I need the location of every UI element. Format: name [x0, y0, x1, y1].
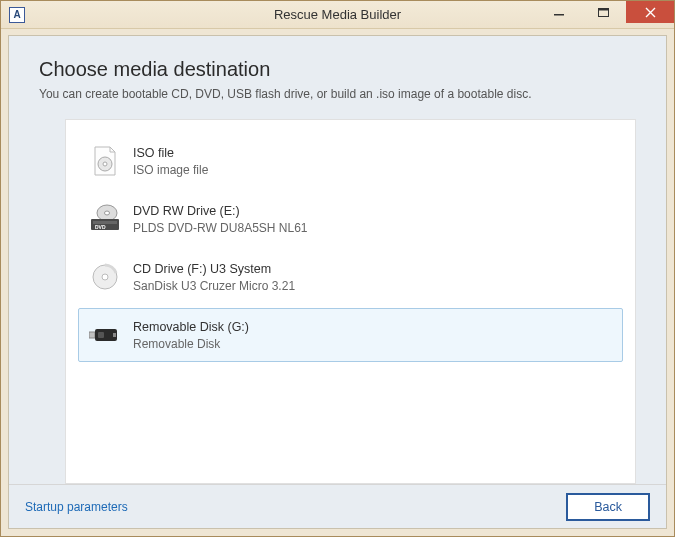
- back-button[interactable]: Back: [566, 493, 650, 521]
- maximize-button[interactable]: [581, 1, 626, 23]
- destination-cd[interactable]: CD Drive (F:) U3 System SanDisk U3 Cruze…: [78, 250, 623, 304]
- destination-text: DVD RW Drive (E:) PLDS DVD-RW DU8A5SH NL…: [133, 204, 308, 235]
- startup-parameters-link[interactable]: Startup parameters: [25, 500, 128, 514]
- svg-point-11: [102, 274, 108, 280]
- titlebar[interactable]: A Rescue Media Builder: [1, 1, 674, 29]
- destination-title: ISO file: [133, 146, 208, 160]
- destination-iso[interactable]: ISO file ISO image file: [78, 134, 623, 188]
- destination-text: Removable Disk (G:) Removable Disk: [133, 320, 249, 351]
- destination-subtitle: PLDS DVD-RW DU8A5SH NL61: [133, 221, 308, 235]
- svg-rect-14: [98, 332, 104, 338]
- destination-title: Removable Disk (G:): [133, 320, 249, 334]
- usb-drive-icon: [89, 319, 121, 351]
- destination-text: ISO file ISO image file: [133, 146, 208, 177]
- svg-rect-0: [554, 14, 564, 16]
- svg-rect-2: [599, 8, 609, 10]
- destination-subtitle: SanDisk U3 Cruzer Micro 3.21: [133, 279, 295, 293]
- destination-dvd[interactable]: DVD DVD RW Drive (E:) PLDS DVD-RW DU8A5S…: [78, 192, 623, 246]
- dvd-drive-icon: DVD: [89, 203, 121, 235]
- svg-rect-15: [113, 333, 116, 337]
- cd-drive-icon: [89, 261, 121, 293]
- window-controls: [536, 1, 674, 28]
- app-window: A Rescue Media Builder Choose media dest…: [0, 0, 675, 537]
- app-icon: A: [9, 7, 25, 23]
- client-area: Choose media destination You can create …: [8, 35, 667, 529]
- page-subtitle: You can create bootable CD, DVD, USB fla…: [39, 87, 636, 101]
- page-title: Choose media destination: [39, 58, 636, 81]
- close-button[interactable]: [626, 1, 674, 23]
- destination-text: CD Drive (F:) U3 System SanDisk U3 Cruze…: [133, 262, 295, 293]
- destination-usb[interactable]: Removable Disk (G:) Removable Disk: [78, 308, 623, 362]
- page-header: Choose media destination You can create …: [9, 36, 666, 111]
- destination-subtitle: Removable Disk: [133, 337, 249, 351]
- iso-file-icon: [89, 145, 121, 177]
- footer: Startup parameters Back: [9, 484, 666, 528]
- minimize-button[interactable]: [536, 1, 581, 23]
- destination-panel: ISO file ISO image file DVD DVD RW Drive…: [65, 119, 636, 484]
- svg-point-6: [105, 211, 110, 215]
- svg-point-4: [103, 162, 107, 166]
- destination-title: CD Drive (F:) U3 System: [133, 262, 295, 276]
- destination-title: DVD RW Drive (E:): [133, 204, 308, 218]
- svg-text:DVD: DVD: [95, 224, 106, 230]
- svg-rect-12: [89, 332, 95, 338]
- destination-subtitle: ISO image file: [133, 163, 208, 177]
